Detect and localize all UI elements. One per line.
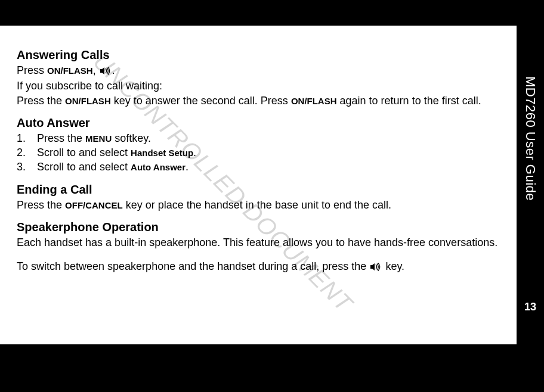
- key-on-flash: ON/FLASH: [65, 96, 111, 106]
- list-item: Press the MENU softkey.: [17, 131, 500, 145]
- text-fragment: softkey.: [112, 132, 151, 144]
- text-fragment: Press: [17, 64, 47, 76]
- key-menu: MENU: [85, 133, 112, 144]
- page-number: 13: [524, 301, 536, 313]
- text-fragment: .: [186, 161, 188, 173]
- answering-calls-line3: Press the ON/FLASH key to answer the sec…: [17, 94, 500, 108]
- page-content: UNCONTROLLED DOCUMENT Answering Calls Pr…: [0, 26, 517, 344]
- key-auto-answer: Auto Answer: [131, 162, 186, 172]
- heading-ending-call: Ending a Call: [17, 183, 500, 197]
- answering-calls-line2: If you subscribe to call waiting:: [17, 79, 500, 93]
- key-handset-setup: Handset Setup: [131, 148, 193, 158]
- text-fragment: Scroll to and select: [37, 161, 131, 173]
- speaker-icon: [100, 64, 112, 79]
- text-fragment: key.: [382, 260, 404, 272]
- list-item: Scroll to and select Auto Answer.: [17, 160, 500, 174]
- ending-call-line: Press the OFF/CANCEL key or place the ha…: [17, 198, 500, 212]
- document-title: MD7260 User Guide: [523, 76, 538, 201]
- heading-speakerphone: Speakerphone Operation: [17, 220, 500, 234]
- text-fragment: To switch between speakerphone and the h…: [17, 260, 369, 272]
- heading-answering-calls: Answering Calls: [17, 48, 500, 62]
- text-fragment: .: [193, 147, 196, 158]
- heading-auto-answer: Auto Answer: [17, 116, 500, 130]
- side-tab: MD7260 User Guide 13: [517, 71, 544, 322]
- text-fragment: Scroll to and select: [37, 147, 131, 158]
- text-fragment: key or place the handset in the base uni…: [123, 199, 391, 211]
- text-fragment: Press the: [17, 199, 65, 211]
- speakerphone-para2: To switch between speakerphone and the h…: [17, 259, 500, 275]
- key-on-flash: ON/FLASH: [47, 66, 93, 76]
- text-fragment: .: [112, 64, 115, 76]
- text-fragment: again to return to the first call.: [337, 95, 481, 107]
- key-off-cancel: OFF/CANCEL: [65, 200, 123, 210]
- answering-calls-line1: Press ON/FLASH, .: [17, 63, 500, 79]
- text-fragment: Press the: [37, 132, 85, 144]
- speaker-icon: [370, 260, 382, 275]
- text-fragment: ,: [93, 64, 99, 76]
- text-fragment: Press the: [17, 95, 65, 107]
- key-on-flash: ON/FLASH: [291, 96, 337, 106]
- list-item: Scroll to and select Handset Setup.: [17, 145, 500, 160]
- auto-answer-steps: Press the MENU softkey. Scroll to and se…: [17, 131, 500, 175]
- text-fragment: key to answer the second call. Press: [111, 95, 291, 107]
- speakerphone-para1: Each handset has a built-in speakerphone…: [17, 235, 500, 250]
